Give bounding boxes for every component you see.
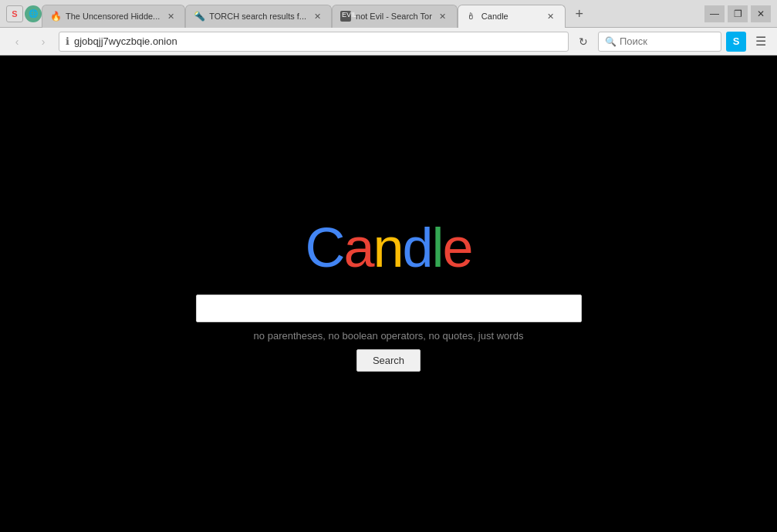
- candle-logo: Candle: [305, 216, 471, 279]
- info-icon: ℹ: [66, 35, 69, 47]
- skype-button[interactable]: S: [726, 32, 746, 52]
- close-button[interactable]: ✕: [751, 5, 771, 22]
- address-bar[interactable]: ℹ gjobqjj7wyczbqie.onion: [59, 32, 569, 52]
- search-bar[interactable]: 🔍: [598, 32, 721, 52]
- search-input[interactable]: [196, 295, 582, 322]
- search-button[interactable]: Search: [356, 349, 421, 372]
- tab-notevil[interactable]: EVIL not Evil - Search Tor ✕: [332, 5, 458, 28]
- logo-letter-C: C: [305, 217, 343, 278]
- title-bar: S 🌐 🔥 The Uncensored Hidde... ✕ 🔦 TORCH …: [0, 0, 777, 28]
- search-form: no parentheses, no boolean operators, no…: [196, 295, 582, 372]
- restore-button[interactable]: ❐: [728, 5, 748, 22]
- logo-letter-e: e: [443, 217, 472, 278]
- back-button[interactable]: ‹: [6, 31, 28, 52]
- window-controls: — ❐ ✕: [704, 5, 771, 22]
- tabs-container: 🔥 The Uncensored Hidde... ✕ 🔦 TORCH sear…: [42, 2, 704, 25]
- tab-torch-favicon: 🔦: [194, 11, 204, 22]
- logo-letter-a: a: [343, 217, 373, 278]
- tab-candle-label: Candle: [481, 12, 540, 21]
- tab-candle[interactable]: 🕯 Candle ✕: [458, 5, 566, 28]
- search-nav-input[interactable]: [620, 35, 697, 47]
- tab-notevil-label: not Evil - Search Tor: [356, 12, 432, 21]
- tab-hidden-close[interactable]: ✕: [164, 10, 177, 22]
- menu-button[interactable]: ☰: [751, 32, 771, 52]
- tab-torch-close[interactable]: ✕: [311, 10, 323, 22]
- tab-candle-close[interactable]: ✕: [545, 10, 557, 22]
- minimize-button[interactable]: —: [704, 5, 725, 22]
- tab-hidden-favicon: 🔥: [50, 11, 61, 22]
- tab-hidden-label: The Uncensored Hidde...: [66, 12, 160, 21]
- browser-favicon-group: S 🌐: [6, 5, 42, 22]
- tab-torch-label: TORCH search results f...: [209, 12, 306, 21]
- forward-button[interactable]: ›: [32, 31, 54, 52]
- refresh-button[interactable]: ↻: [573, 32, 593, 52]
- address-text: gjobqjj7wyczbqie.onion: [74, 35, 562, 47]
- page-content: Candle no parentheses, no boolean operat…: [0, 56, 777, 532]
- browser-window: S 🌐 🔥 The Uncensored Hidde... ✕ 🔦 TORCH …: [0, 0, 777, 532]
- tab-notevil-favicon: EVIL: [340, 11, 351, 22]
- logo-letter-d: d: [403, 217, 432, 278]
- tab-torch[interactable]: 🔦 TORCH search results f... ✕: [185, 5, 332, 28]
- search-nav-icon: 🔍: [605, 36, 617, 47]
- tab-notevil-close[interactable]: ✕: [437, 10, 449, 22]
- logo-letter-l: l: [432, 217, 443, 278]
- tab-hidden[interactable]: 🔥 The Uncensored Hidde... ✕: [42, 5, 185, 28]
- tab-candle-favicon: 🕯: [466, 11, 477, 22]
- new-tab-button[interactable]: +: [569, 4, 590, 25]
- nav-bar: ‹ › ℹ gjobqjj7wyczbqie.onion ↻ 🔍 S ☰: [0, 28, 777, 56]
- logo-letter-n: n: [373, 217, 402, 278]
- globe-button[interactable]: 🌐: [25, 5, 42, 22]
- s-favicon: S: [6, 5, 23, 22]
- search-hint: no parentheses, no boolean operators, no…: [254, 330, 524, 342]
